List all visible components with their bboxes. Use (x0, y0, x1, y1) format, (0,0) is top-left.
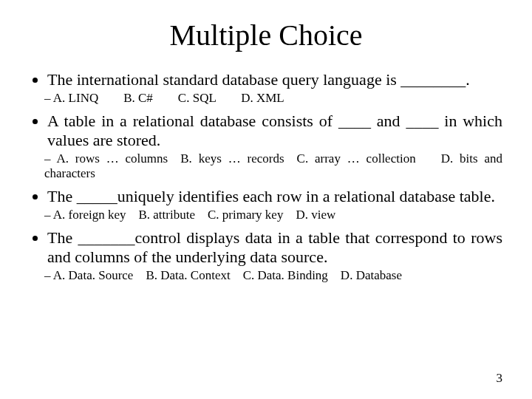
options-2-line: A. rows … columns B. keys … records C. a… (44, 151, 502, 181)
question-1: The international standard database quer… (47, 70, 502, 89)
slide: Multiple Choice The international standa… (0, 0, 532, 399)
options-4: A. Data. Source B. Data. Context C. Data… (30, 268, 502, 283)
options-3: A. foreign key B. attribute C. primary k… (30, 208, 502, 222)
question-3: The _____uniquely identifies each row in… (47, 187, 502, 206)
question-2: A table in a relational database consist… (47, 112, 502, 150)
options-4-line: A. Data. Source B. Data. Context C. Data… (44, 268, 502, 283)
question-list: A table in a relational database consist… (30, 112, 502, 150)
page-number: 3 (497, 371, 503, 386)
slide-title: Multiple Choice (30, 18, 502, 52)
question-list: The _____uniquely identifies each row in… (30, 187, 502, 206)
options-1: A. LINQ B. C# C. SQL D. XML (30, 91, 502, 106)
question-list: The _______control displays data in a ta… (30, 228, 502, 267)
options-1-line: A. LINQ B. C# C. SQL D. XML (44, 91, 502, 106)
options-3-line: A. foreign key B. attribute C. primary k… (44, 208, 502, 222)
question-4: The _______control displays data in a ta… (47, 228, 502, 267)
question-list: The international standard database quer… (30, 70, 502, 89)
options-2: A. rows … columns B. keys … records C. a… (30, 151, 502, 181)
